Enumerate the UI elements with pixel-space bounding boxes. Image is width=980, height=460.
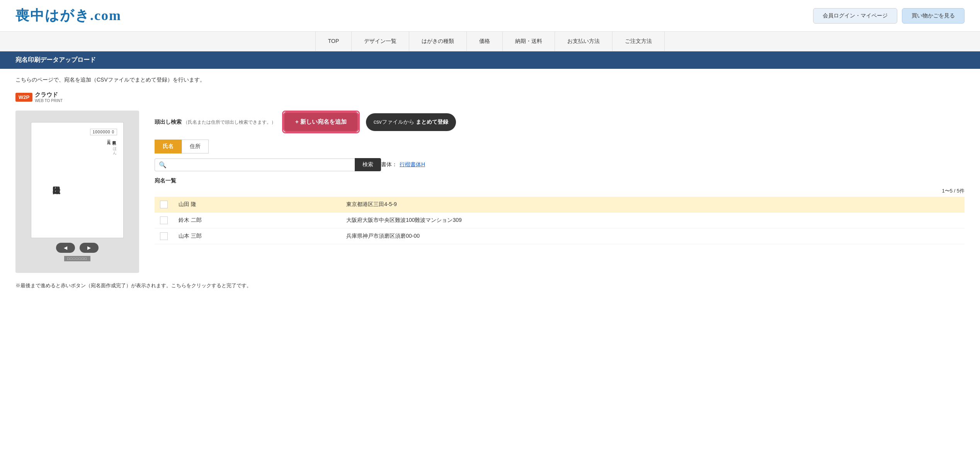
page-description: こちらのページで、宛名を追加（CSVファイルでまとめて登録）を行います。 — [15, 77, 965, 83]
w2p-badge: W2P クラウド WEB TO PRINT — [15, 91, 63, 103]
nav-top[interactable]: TOP — [315, 32, 352, 51]
page-title-bar: 宛名印刷データアップロード — [0, 51, 980, 69]
search-input-row: 🔍 検索 書体： 行楷書体H — [155, 158, 425, 171]
main-nav: TOP デザイン一覧 はがきの種類 価格 納期・送料 お支払い方法 ご注文方法 — [0, 32, 980, 51]
add-address-button[interactable]: + 新しい宛名を追加 — [284, 113, 357, 131]
content-area: こちらのページで、宛名を追加（CSVファイルでまとめて登録）を行います。 W2P… — [0, 69, 980, 297]
page-title: 宛名印刷データアップロード — [15, 56, 96, 63]
nav-order[interactable]: ご注文方法 — [612, 32, 665, 51]
w2p-cloud-label: クラウド WEB TO PRINT — [35, 91, 63, 103]
font-selector: 書体： 行楷書体H — [381, 161, 425, 168]
csv-upload-button[interactable]: csvファイルから まとめて登録 — [366, 113, 456, 131]
header-buttons: 会員ログイン・マイページ 買い物かごを見る — [813, 8, 965, 24]
nav-types[interactable]: はがきの種類 — [409, 32, 467, 51]
row-check-icon[interactable] — [160, 232, 168, 240]
nav-payment[interactable]: お支払い方法 — [555, 32, 612, 51]
row-address: 東京都港区三田4-5-9 — [341, 197, 965, 213]
row-checkbox-cell — [155, 213, 173, 228]
logo-text: 喪中はがき.com — [15, 8, 121, 23]
tab-name[interactable]: 氏名 — [155, 140, 182, 153]
search-label-group: 頭出し検索 （氏名または住所で頭出し検索できます。） — [155, 119, 276, 126]
search-icon: 🔍 — [159, 161, 167, 169]
list-count: 1〜5 / 5件 — [155, 187, 965, 194]
postcard-right: 1000000 0 東京都港区三田四ー五ー九 みほん — [79, 129, 117, 232]
w2p-label: W2P — [15, 93, 32, 102]
list-title: 宛名一覧 — [155, 177, 965, 184]
postcard-prev-button[interactable]: ◀ — [56, 243, 75, 253]
cart-button[interactable]: 買い物かごを見る — [902, 8, 965, 24]
header: 喪中はがき.com 会員ログイン・マイページ 買い物かごを見る — [0, 0, 980, 32]
font-label: 書体： — [381, 161, 397, 168]
row-name: 鈴木 二郎 — [173, 213, 341, 228]
postcard-next-button[interactable]: ▶ — [80, 243, 99, 253]
address-table: 山田 隆 東京都港区三田4-5-9 鈴木 二郎 大阪府大阪市中央区難波100難波… — [155, 197, 965, 244]
row-check-icon[interactable] — [160, 201, 168, 208]
row-checkbox-cell — [155, 197, 173, 213]
right-panel: 頭出し検索 （氏名または住所で頭出し検索できます。） + 新しい宛名を追加 cs… — [155, 111, 965, 244]
postcard-barcode: □□□□□□□ — [64, 256, 90, 261]
site-logo: 喪中はがき.com — [15, 6, 121, 25]
postcard-postal-code: 1000000 0 — [90, 129, 117, 135]
row-address: 兵庫県神戸市須磨区須磨00-00 — [341, 228, 965, 244]
search-buttons-row: 頭出し検索 （氏名または住所で頭出し検索できます。） + 新しい宛名を追加 cs… — [155, 111, 965, 133]
postcard-left: 山田隆様 — [37, 129, 76, 232]
table-row[interactable]: 鈴木 二郎 大阪府大阪市中央区難波100難波マンション309 — [155, 213, 965, 228]
nav-price[interactable]: 価格 — [467, 32, 503, 51]
postcard-name: 山田隆様 — [51, 129, 62, 232]
nav-design[interactable]: デザイン一覧 — [352, 32, 409, 51]
csv-btn-prefix: csvファイルから — [374, 119, 414, 125]
row-checkbox-cell — [155, 228, 173, 244]
nav-delivery[interactable]: 納期・送料 — [503, 32, 555, 51]
postcard-inner: 山田隆様 1000000 0 東京都港区三田四ー五ー九 みほん — [31, 122, 124, 238]
search-input-wrap: 🔍 — [155, 158, 355, 171]
table-row[interactable]: 山本 三郎 兵庫県神戸市須磨区須磨00-00 — [155, 228, 965, 244]
search-tabs: 氏名 住所 — [155, 140, 965, 153]
search-hint: （氏名または住所で頭出し検索できます。） — [183, 119, 276, 125]
row-check-icon[interactable] — [160, 216, 168, 224]
postcard-sample-label: みほん — [112, 140, 117, 153]
search-button[interactable]: 検索 — [355, 158, 381, 171]
add-button-wrapper: + 新しい宛名を追加 — [282, 111, 360, 133]
table-row[interactable]: 山田 隆 東京都港区三田4-5-9 — [155, 197, 965, 213]
csv-btn-main: まとめて登録 — [416, 119, 448, 125]
search-input[interactable] — [169, 162, 351, 168]
row-address: 大阪府大阪市中央区難波100難波マンション309 — [341, 213, 965, 228]
postcard-navigation: ◀ ▶ — [56, 243, 99, 253]
postcard-preview: 山田隆様 1000000 0 東京都港区三田四ー五ー九 みほん ◀ ▶ □□□□… — [15, 111, 139, 273]
main-area: 山田隆様 1000000 0 東京都港区三田四ー五ー九 みほん ◀ ▶ □□□□… — [15, 111, 965, 273]
login-button[interactable]: 会員ログイン・マイページ — [813, 8, 897, 24]
font-link[interactable]: 行楷書体H — [400, 161, 425, 168]
row-name: 山本 三郎 — [173, 228, 341, 244]
search-heading: 頭出し検索 — [155, 119, 182, 125]
footer-note: ※最後まで進めると赤いボタン（宛名面作成完了）が表示されます。こちらをクリックす… — [15, 282, 965, 289]
row-name: 山田 隆 — [173, 197, 341, 213]
tab-address[interactable]: 住所 — [182, 140, 209, 153]
